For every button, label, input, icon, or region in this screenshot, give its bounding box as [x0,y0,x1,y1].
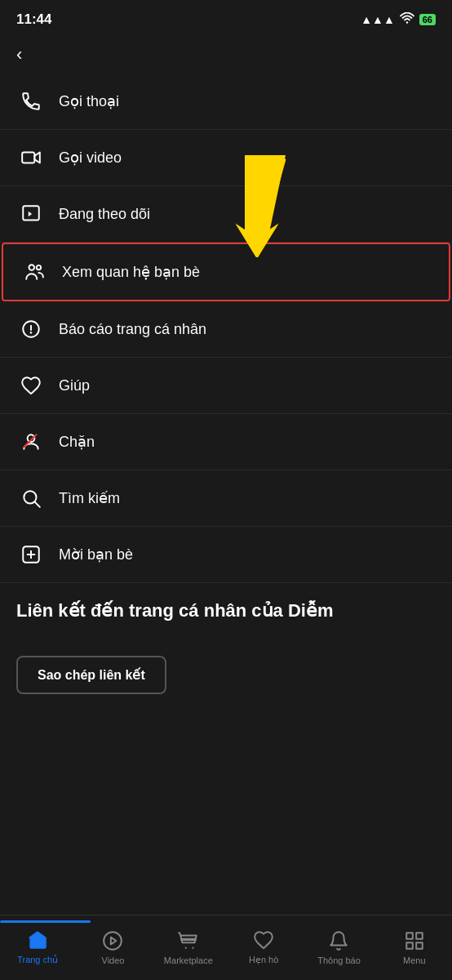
svg-rect-19 [406,933,413,939]
section-title: Liên kết đến trang cá nhân của Diễm [0,583,452,631]
nav-item-dating[interactable]: Hẹn hò [226,922,301,965]
svg-point-4 [37,265,41,270]
video-icon [16,143,46,172]
add-friend-icon [16,540,46,569]
menu-list: Gọi thoại Gọi video Đang theo dõi [0,74,452,583]
nav-item-notifications[interactable]: Thông báo [301,923,376,965]
nav-item-video[interactable]: Video [75,923,150,965]
report-icon [16,314,46,344]
status-bar: 11:44 ▲▲▲ 66 [0,0,452,36]
svg-line-11 [35,502,40,507]
nav-active-bar [0,920,91,923]
bottom-nav: Trang chủ Video Marketplace [0,915,452,980]
back-arrow-icon: ‹ [16,44,22,65]
menu-item-video-call[interactable]: Gọi video [0,130,452,186]
svg-line-9 [24,434,36,447]
menu-item-block-label: Chặn [59,433,95,451]
menu-item-search-label: Tìm kiếm [59,489,120,507]
home-icon [26,929,49,951]
svg-point-15 [104,932,122,950]
menu-item-report[interactable]: Báo cáo trang cá nhân [0,301,452,358]
menu-item-help-label: Giúp [59,377,90,394]
heart-icon [16,371,46,400]
nav-item-video-label: Video [102,956,125,965]
nav-item-menu-label: Menu [403,956,426,965]
menu-item-following-label: Đang theo dõi [59,206,150,223]
menu-item-call-label: Gọi thoại [59,92,119,110]
menu-item-call[interactable]: Gọi thoại [0,74,452,130]
nav-item-dating-label: Hẹn hò [249,955,278,965]
svg-rect-18 [181,938,195,939]
menu-item-help[interactable]: Giúp [0,358,452,414]
notifications-icon [327,929,350,952]
svg-point-17 [192,947,193,948]
svg-rect-21 [406,942,413,949]
svg-point-3 [29,265,35,270]
svg-point-16 [184,947,186,948]
menu-item-invite[interactable]: Mời bạn bè [0,527,452,583]
menu-item-relationship[interactable]: Xem quan hệ bạn bè [2,243,450,301]
menu-item-search[interactable]: Tìm kiếm [0,470,452,527]
svg-point-7 [30,332,31,333]
friends-icon [20,257,49,287]
battery-icon: 66 [419,14,436,25]
dating-icon [252,929,275,951]
copy-link-area: Sao chép liên kết [0,631,452,710]
status-time: 11:44 [16,11,51,28]
back-button[interactable]: ‹ [0,36,452,70]
search-icon [16,483,46,513]
svg-point-0 [406,21,408,23]
block-icon [16,427,46,457]
signal-icon: ▲▲▲ [361,13,395,26]
menu-item-following[interactable]: Đang theo dõi [0,186,452,243]
menu-item-block[interactable]: Chặn [0,414,452,470]
svg-rect-20 [416,933,423,939]
svg-rect-22 [416,942,423,949]
menu-item-invite-label: Mời bạn bè [59,546,133,564]
menu-item-relationship-label: Xem quan hệ bạn bè [62,263,200,281]
nav-video-icon [101,929,124,952]
menu-item-report-label: Báo cáo trang cá nhân [59,321,206,338]
phone-icon [16,87,46,116]
nav-item-marketplace-label: Marketplace [164,956,213,965]
svg-rect-2 [23,206,39,220]
nav-item-notifications-label: Thông báo [317,956,361,965]
marketplace-icon [177,929,200,952]
menu-item-video-call-label: Gọi video [59,149,122,167]
copy-link-button[interactable]: Sao chép liên kết [16,656,166,694]
subscribe-icon [16,199,46,229]
content-area: Gọi thoại Gọi video Đang theo dõi [0,74,452,784]
menu-icon [403,929,426,952]
nav-item-menu[interactable]: Menu [377,923,452,965]
wifi-icon [400,12,414,27]
nav-item-marketplace[interactable]: Marketplace [151,923,226,965]
svg-rect-1 [22,153,34,163]
nav-item-home-label: Trang chủ [17,955,58,965]
status-icons: ▲▲▲ 66 [361,12,436,27]
nav-item-home[interactable]: Trang chủ [0,922,75,965]
